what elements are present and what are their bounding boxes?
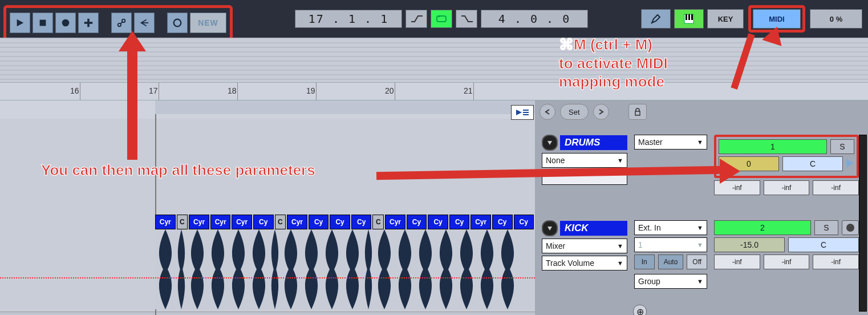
waveform: [269, 229, 281, 309]
send-b[interactable]: -inf: [764, 255, 810, 269]
clip-label[interactable]: Cy: [309, 215, 329, 229]
track-name[interactable]: DRUMS: [560, 135, 627, 150]
clip-label[interactable]: Cy: [514, 215, 534, 229]
computer-midi-keyboard-button[interactable]: [674, 9, 704, 29]
waveform: [415, 229, 436, 309]
waveform: [187, 229, 208, 309]
kick-trackvol-select[interactable]: Track Volume▼: [542, 256, 627, 270]
volume-value[interactable]: -15.0: [714, 237, 785, 252]
arrangement-view[interactable]: CyrCCyrCyrCyrCyCCyrCyCyCyCCyrCyCyCyCyrCy…: [0, 100, 535, 315]
track-empty-select[interactable]: [542, 170, 627, 185]
overview-lane[interactable]: 16 17 18 19 20 21: [0, 38, 868, 100]
ruler-tick: 19: [306, 86, 315, 95]
nav-forward-button[interactable]: [593, 104, 609, 120]
midi-map-highlight: MIDI: [748, 5, 805, 33]
pan-control[interactable]: C: [788, 237, 859, 252]
solo-button[interactable]: S: [830, 139, 854, 154]
send-c[interactable]: -inf: [813, 180, 859, 195]
clip-label[interactable]: Cy: [428, 215, 448, 229]
clip-label[interactable]: Cy: [351, 215, 372, 229]
cpu-load-meter: 0 %: [810, 9, 862, 29]
midi-map-button[interactable]: MIDI: [753, 9, 801, 29]
track-activator[interactable]: 1: [719, 139, 827, 154]
capture-button[interactable]: [167, 13, 188, 33]
arm-button[interactable]: [842, 220, 859, 235]
clip-lane[interactable]: CyrCCyrCyrCyrCyCCyrCyCyCyCCyrCyCyCyCyrCy…: [155, 215, 535, 229]
clip-label[interactable]: Cy: [407, 215, 427, 229]
punch-out-button[interactable]: [456, 10, 477, 28]
waveform: [436, 229, 456, 309]
waveform: [301, 229, 322, 309]
follow-button[interactable]: [511, 105, 534, 120]
waveform: [363, 229, 374, 309]
track-fold-button[interactable]: [542, 135, 558, 151]
clip-label[interactable]: Cyr: [385, 215, 405, 229]
clip-label[interactable]: Cy: [492, 215, 513, 229]
monitor-off[interactable]: Off: [687, 255, 707, 269]
send-c[interactable]: -inf: [813, 255, 859, 269]
lock-envelopes-button[interactable]: [628, 104, 647, 120]
arrangement-position[interactable]: 17 . 1 . 1: [295, 10, 402, 28]
pan-control[interactable]: C: [782, 156, 843, 171]
nav-back-button[interactable]: [540, 104, 555, 120]
track-delay[interactable]: 0: [719, 156, 779, 171]
record-button[interactable]: [55, 13, 76, 33]
clip-label[interactable]: Cyr: [155, 215, 176, 229]
track-activator[interactable]: 2: [714, 220, 811, 235]
stop-button[interactable]: [33, 13, 53, 33]
clip-label[interactable]: Cyr: [470, 215, 491, 229]
track-fold-button[interactable]: [542, 220, 558, 236]
monitor-auto[interactable]: Auto: [658, 255, 684, 269]
send-a[interactable]: -inf: [714, 180, 760, 195]
play-button[interactable]: [10, 13, 30, 33]
kick-routing-select[interactable]: Ext. In▼: [634, 220, 707, 235]
waveform: [477, 229, 497, 309]
ruler-tick: 16: [70, 86, 79, 95]
clip-label[interactable]: Cy: [449, 215, 470, 229]
add-lane-button[interactable]: ⊕: [633, 305, 647, 315]
svg-rect-18: [523, 110, 529, 111]
audio-clip-waveforms[interactable]: [155, 229, 535, 309]
send-a[interactable]: -inf: [714, 255, 760, 269]
track-routing-select[interactable]: Master▼: [634, 135, 707, 150]
clip-label[interactable]: Cy: [330, 215, 350, 229]
key-map-button[interactable]: KEY: [707, 9, 744, 29]
svg-marker-12: [652, 15, 660, 23]
loop-length[interactable]: 4 . 0 . 0: [481, 10, 588, 28]
waveform: [322, 229, 342, 309]
monitor-in[interactable]: In: [634, 255, 655, 269]
waveform: [249, 229, 269, 309]
position-tempo-display: 17 . 1 . 1 4 . 0 . 0: [295, 10, 588, 28]
send-b[interactable]: -inf: [764, 180, 810, 195]
kick-group-select[interactable]: Group▼: [634, 274, 707, 289]
clip-label[interactable]: Cyr: [232, 215, 252, 229]
loop-button[interactable]: [431, 10, 452, 28]
clip-label[interactable]: Cy: [253, 215, 274, 229]
waveform: [228, 229, 249, 309]
svg-marker-23: [846, 159, 853, 168]
automation-arm-button[interactable]: [111, 13, 132, 33]
solo-button[interactable]: S: [814, 220, 838, 235]
punch-in-button[interactable]: [405, 10, 427, 28]
new-clip-button[interactable]: NEW: [190, 13, 226, 33]
clip-label[interactable]: C: [275, 215, 286, 229]
track-subdevice-select[interactable]: None▼: [542, 153, 627, 168]
kick-channel-select[interactable]: 1▼: [634, 237, 707, 252]
svg-marker-24: [547, 227, 552, 231]
crossfade-a-icon[interactable]: [846, 156, 854, 170]
waveform: [208, 229, 228, 309]
overdub-button[interactable]: [78, 13, 99, 33]
draw-mode-button[interactable]: [641, 9, 671, 29]
clip-label[interactable]: Cyr: [287, 215, 307, 229]
track-strip-kick: KICK Mixer▼ Track Volume▼ ⊕ Ext. In▼ 1▼ …: [542, 220, 859, 300]
clip-label[interactable]: C: [177, 215, 188, 229]
reenable-automation-button[interactable]: [134, 13, 155, 33]
kick-mixer-select[interactable]: Mixer▼: [542, 239, 627, 253]
clip-label[interactable]: C: [372, 215, 384, 229]
clip-label[interactable]: Cyr: [210, 215, 231, 229]
locator-set-button[interactable]: Set: [560, 104, 589, 120]
clip-label[interactable]: Cyr: [189, 215, 209, 229]
waveform: [395, 229, 415, 309]
track-name[interactable]: KICK: [560, 221, 627, 236]
beat-time-ruler[interactable]: 16 17 18 19 20 21: [0, 82, 868, 100]
